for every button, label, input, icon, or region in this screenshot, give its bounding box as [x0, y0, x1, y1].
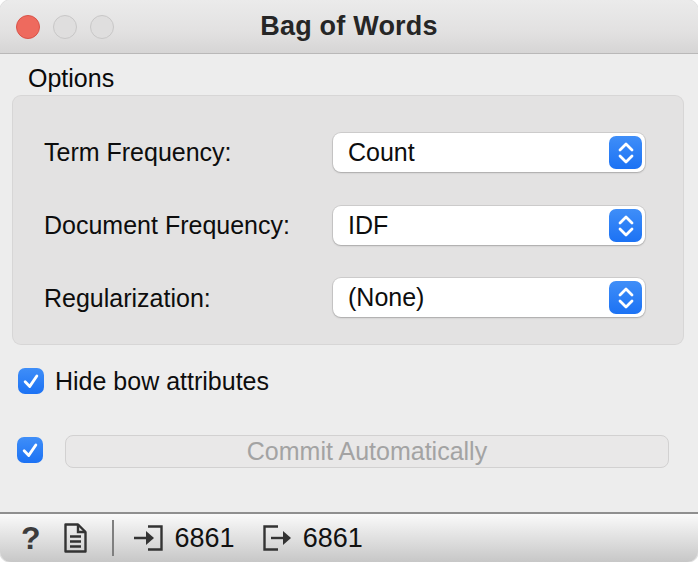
document-frequency-dropdown[interactable]: IDF: [333, 206, 645, 245]
regularization-label: Regularization:: [44, 283, 211, 313]
term-frequency-dropdown[interactable]: Count: [333, 133, 645, 172]
minimize-button[interactable]: [53, 15, 77, 39]
bag-of-words-window: Bag of Words Options Term Frequency: Cou…: [0, 0, 698, 562]
output-arrow-icon: [261, 523, 293, 553]
commit-automatically-button[interactable]: Commit Automatically: [65, 435, 669, 468]
close-button[interactable]: [16, 15, 40, 39]
up-down-chevrons-icon: [609, 136, 642, 169]
status-bar: ? 6861 6861: [0, 512, 698, 562]
question-mark-icon[interactable]: ?: [21, 522, 41, 554]
document-frequency-label: Document Frequency:: [44, 210, 290, 240]
term-frequency-label: Term Frequency:: [44, 137, 232, 167]
traffic-lights: [16, 15, 114, 39]
zoom-button[interactable]: [90, 15, 114, 39]
hide-bow-attributes-label[interactable]: Hide bow attributes: [55, 367, 269, 395]
up-down-chevrons-icon: [609, 209, 642, 242]
input-count: 6861: [175, 523, 235, 554]
hide-bow-attributes-checkbox[interactable]: [18, 368, 44, 394]
document-frequency-value: IDF: [348, 211, 388, 240]
output-count: 6861: [303, 523, 363, 554]
status-divider: [112, 520, 114, 556]
window-title: Bag of Words: [260, 11, 437, 42]
up-down-chevrons-icon: [609, 281, 642, 314]
report-document-icon[interactable]: [62, 522, 89, 554]
title-bar[interactable]: Bag of Words: [0, 0, 698, 54]
input-arrow-icon: [133, 523, 165, 553]
checkmark-icon: [20, 440, 40, 460]
regularization-dropdown[interactable]: (None): [333, 278, 645, 317]
auto-commit-checkbox[interactable]: [17, 437, 43, 463]
regularization-value: (None): [348, 283, 424, 312]
options-group-label: Options: [28, 64, 114, 93]
checkmark-icon: [21, 371, 41, 391]
term-frequency-value: Count: [348, 138, 415, 167]
